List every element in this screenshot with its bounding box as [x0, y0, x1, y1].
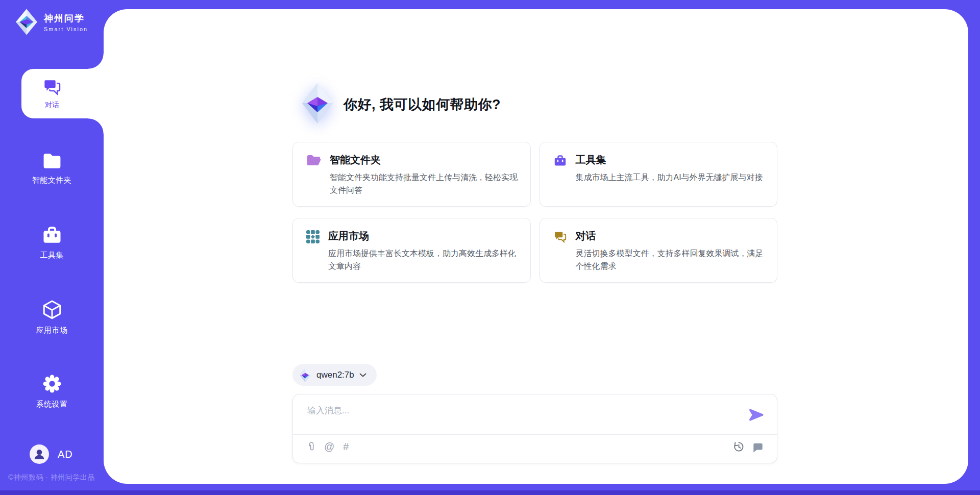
- card-title: 对话: [576, 229, 766, 243]
- sidebar-item-app-market[interactable]: 应用市场: [0, 299, 104, 335]
- card-toolbox[interactable]: 工具集 集成市场上主流工具，助力AI与外界无缝扩展与对接: [540, 142, 778, 207]
- app-grid-icon: [306, 230, 320, 243]
- model-name: qwen2:7b: [316, 370, 354, 380]
- person-icon: [33, 448, 46, 461]
- gear-icon: [41, 373, 63, 394]
- user-initials: AD: [58, 449, 73, 460]
- sidebar-item-label: 智能文件夹: [32, 176, 72, 185]
- brand-name: 神州问学: [44, 12, 88, 24]
- user-account[interactable]: AD: [30, 444, 73, 464]
- history-icon[interactable]: [733, 441, 745, 453]
- card-title: 工具集: [576, 153, 763, 167]
- card-description: 智能文件夹功能支持批量文件上传与清洗，轻松实现文件问答: [330, 171, 519, 196]
- chevron-down-icon: [359, 373, 366, 377]
- folder-icon: [41, 151, 63, 170]
- toolbox-icon: [553, 154, 567, 167]
- card-title: 应用市场: [328, 229, 519, 243]
- tab-fillet-top: [88, 54, 104, 69]
- greeting-diamond-icon: [301, 82, 334, 125]
- send-icon[interactable]: [749, 408, 764, 422]
- sidebar-item-label: 工具集: [40, 251, 64, 260]
- model-diamond-icon: [299, 367, 311, 383]
- brand-diamond-icon: [14, 8, 39, 36]
- model-selector[interactable]: qwen2:7b: [292, 364, 377, 386]
- card-app-market[interactable]: 应用市场 应用市场提供丰富长文本模板，助力高效生成多样化文章内容: [292, 218, 531, 283]
- message-input[interactable]: [307, 405, 716, 430]
- sidebar-item-label: 系统设置: [36, 400, 68, 409]
- mention-icon[interactable]: @: [324, 441, 334, 452]
- card-chat[interactable]: 对话 灵活切换多模型文件，支持多样回复效果调试，满足个性化需求: [540, 218, 778, 283]
- brand-logo: 神州问学 Smart Vision: [14, 8, 88, 36]
- feature-cards: 智能文件夹 智能文件夹功能支持批量文件上传与清洗，轻松实现文件问答 工具集 集成…: [292, 142, 777, 283]
- chat-bubble-icon: [553, 230, 567, 244]
- sidebar-item-smart-folder[interactable]: 智能文件夹: [0, 151, 104, 185]
- sidebar-item-chat[interactable]: 对话: [21, 69, 104, 118]
- card-description: 灵活切换多模型文件，支持多样回复效果调试，满足个性化需求: [576, 247, 766, 273]
- bottom-edge-strip: [0, 490, 980, 495]
- attachment-icon[interactable]: [307, 440, 315, 453]
- avatar: [30, 444, 49, 464]
- composer-divider: [293, 434, 777, 435]
- sidebar-footer-text: ©神州数码 · 神州问学出品: [8, 473, 95, 482]
- card-title: 智能文件夹: [330, 153, 519, 167]
- feedback-bubble-icon[interactable]: [752, 441, 764, 453]
- hashtag-icon[interactable]: #: [343, 441, 349, 452]
- card-description: 应用市场提供丰富长文本模板，助力高效生成多样化文章内容: [328, 247, 519, 273]
- message-composer: @ #: [292, 394, 777, 463]
- sidebar-item-label: 对话: [45, 101, 59, 110]
- greeting-title: 你好, 我可以如何帮助你?: [344, 95, 501, 114]
- sidebar-item-settings[interactable]: 系统设置: [0, 373, 104, 409]
- cube-icon: [41, 299, 63, 320]
- tab-fillet-bottom: [88, 118, 104, 134]
- toolbox-icon: [41, 225, 63, 245]
- card-smart-folder[interactable]: 智能文件夹 智能文件夹功能支持批量文件上传与清洗，轻松实现文件问答: [292, 142, 531, 207]
- brand-subtitle: Smart Vision: [44, 26, 88, 32]
- folder-open-icon: [306, 154, 321, 167]
- sidebar-item-toolbox[interactable]: 工具集: [0, 225, 104, 260]
- card-description: 集成市场上主流工具，助力AI与外界无缝扩展与对接: [576, 171, 763, 184]
- sidebar-item-label: 应用市场: [36, 326, 68, 335]
- chat-icon: [42, 78, 62, 97]
